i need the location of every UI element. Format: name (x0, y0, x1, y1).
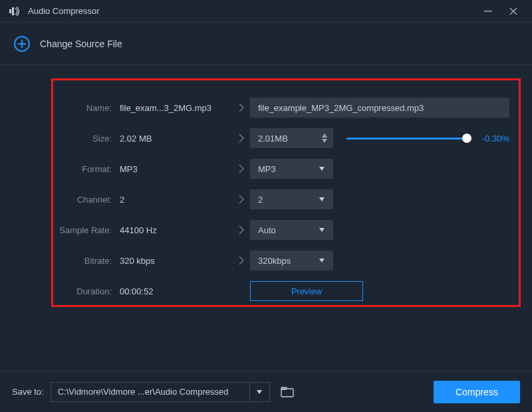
titlebar: Audio Compressor (0, 0, 532, 23)
chevron-right-icon (233, 194, 250, 205)
row-format: Format: MP3 MP3 (53, 159, 509, 179)
close-button[interactable] (504, 2, 523, 21)
compress-label: Compress (456, 387, 498, 397)
label-bitrate: Bitrate: (53, 256, 120, 266)
spin-up-icon[interactable] (321, 133, 328, 138)
target-size-value: 2.01MB (258, 134, 288, 144)
spin-down-icon[interactable] (321, 138, 328, 144)
save-path-value: C:\Vidmore\Vidmore ...er\Audio Compresse… (58, 387, 229, 397)
svg-marker-14 (257, 390, 262, 394)
svg-marker-8 (322, 134, 327, 138)
chevron-down-icon (319, 251, 325, 270)
chevron-down-icon (256, 389, 263, 395)
svg-marker-11 (319, 197, 325, 201)
row-bitrate: Bitrate: 320 kbps 320kbps (53, 251, 509, 270)
svg-marker-13 (319, 258, 325, 262)
size-delta: -0.30% (476, 134, 509, 144)
source-format: MP3 (120, 164, 233, 174)
compress-button[interactable]: Compress (434, 381, 520, 403)
source-sample-rate: 44100 Hz (120, 225, 233, 235)
svg-marker-9 (322, 139, 327, 143)
footer: Save to: C:\Vidmore\Vidmore ...er\Audio … (0, 371, 532, 412)
label-channel: Channel: (53, 195, 120, 205)
minimize-button[interactable] (479, 2, 497, 21)
svg-marker-10 (319, 167, 325, 171)
svg-rect-15 (281, 389, 293, 397)
channel-selected: 2 (258, 195, 263, 205)
chevron-right-icon (233, 133, 250, 144)
row-size: Size: 2.02 MB 2.01MB -0.30% (53, 128, 509, 148)
format-dropdown[interactable]: MP3 (250, 159, 333, 179)
chevron-right-icon (233, 225, 250, 235)
chevron-right-icon (233, 255, 250, 266)
preview-button[interactable]: Preview (250, 281, 363, 301)
row-name: Name: file_exam...3_2MG.mp3 file_example… (53, 98, 509, 118)
save-path-field[interactable]: C:\Vidmore\Vidmore ...er\Audio Compresse… (51, 382, 250, 402)
channel-dropdown[interactable]: 2 (250, 189, 333, 209)
sample-rate-selected: Auto (258, 225, 276, 235)
source-duration: 00:00:52 (120, 286, 233, 296)
change-source-bar[interactable]: Change Source File (0, 23, 532, 65)
change-source-label: Change Source File (40, 39, 122, 49)
row-sample-rate: Sample Rate: 44100 Hz Auto (53, 220, 509, 240)
size-slider[interactable] (346, 128, 467, 148)
svg-rect-1 (12, 7, 14, 15)
source-channel: 2 (120, 195, 233, 205)
bitrate-selected: 320kbps (258, 256, 291, 266)
sample-rate-dropdown[interactable]: Auto (250, 220, 333, 240)
chevron-down-icon (319, 220, 325, 240)
svg-marker-12 (319, 228, 325, 232)
settings-panel: Name: file_exam...3_2MG.mp3 file_example… (51, 78, 521, 307)
bitrate-dropdown[interactable]: 320kbps (250, 251, 333, 270)
chevron-right-icon (233, 102, 250, 113)
row-duration: Duration: 00:00:52 Preview (53, 281, 509, 301)
label-size: Size: (53, 134, 120, 144)
chevron-down-icon (319, 189, 325, 209)
open-folder-button[interactable] (278, 383, 297, 401)
chevron-right-icon (233, 163, 250, 174)
row-channel: Channel: 2 2 (53, 189, 509, 209)
label-name: Name: (53, 103, 120, 113)
chevron-down-icon (319, 159, 325, 179)
format-selected: MP3 (258, 164, 276, 174)
label-sample-rate: Sample Rate: (53, 225, 120, 235)
target-name-input[interactable]: file_example_MP3_2MG_compressed.mp3 (250, 98, 509, 118)
target-name-value: file_example_MP3_2MG_compressed.mp3 (258, 103, 424, 113)
slider-thumb[interactable] (462, 134, 471, 143)
folder-icon (281, 387, 294, 397)
save-to-label: Save to: (12, 387, 44, 397)
source-name: file_exam...3_2MG.mp3 (120, 103, 233, 113)
app-icon (9, 7, 21, 16)
svg-rect-0 (9, 9, 11, 13)
target-size-spinner[interactable]: 2.01MB (250, 128, 333, 148)
save-path-dropdown[interactable] (250, 382, 270, 402)
label-format: Format: (53, 164, 120, 174)
slider-track (346, 138, 467, 140)
source-bitrate: 320 kbps (120, 256, 233, 266)
window-title: Audio Compressor (28, 6, 479, 16)
label-duration: Duration: (53, 286, 120, 296)
source-size: 2.02 MB (120, 134, 233, 144)
plus-circle-icon (13, 35, 31, 52)
preview-label: Preview (291, 286, 322, 296)
